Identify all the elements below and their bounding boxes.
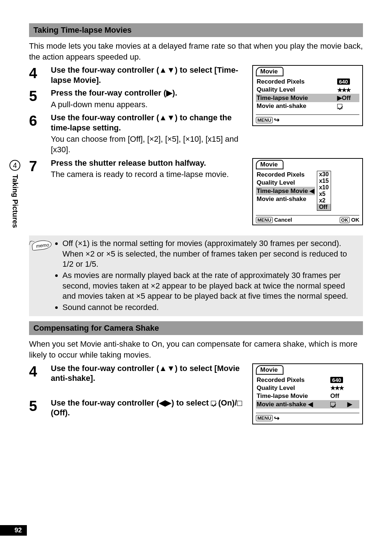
dropdown-options: x30 x15 x10 x5 x2 Off <box>317 171 331 211</box>
chapter-title: Taking Pictures <box>11 174 19 228</box>
screen-footer: MENU Cancel OK OK <box>256 215 359 223</box>
memo-icon: memo <box>32 239 52 251</box>
sidebar-chapter-tab: 4 Taking Pictures <box>9 160 20 228</box>
menu-key-icon: MENU <box>256 217 273 223</box>
menu-label-highlight: Time-lapse Movie ◀ <box>256 187 315 195</box>
section-intro-text: When you set Movie anti-shake to On, you… <box>29 339 363 360</box>
step-title: Use the four-way controller (▲▼) to sele… <box>51 363 248 383</box>
step-number: 7 <box>29 158 51 180</box>
triangle-left-icon: ◀ <box>310 188 314 194</box>
option-x10: x10 <box>317 184 331 191</box>
step-5b: 5 Use the four-way controller (◀▶) to se… <box>29 398 248 418</box>
step-number: 5 <box>29 88 51 110</box>
step-number: 4 <box>29 65 51 85</box>
option-x30: x30 <box>317 171 331 178</box>
step-4b: 4 Use the four-way controller (▲▼) to se… <box>29 363 248 383</box>
step-title: Use the four-way controller (▲▼) to chan… <box>51 113 248 133</box>
step-title: Press the shutter release button halfway… <box>51 158 248 168</box>
memo-list: Off (×1) is the normal setting for movie… <box>54 238 359 313</box>
chapter-number-badge: 4 <box>9 160 20 171</box>
step-list: 4 Use the four-way controller (▲▼) to se… <box>29 65 363 180</box>
step-number: 5 <box>29 398 51 418</box>
step-description: A pull-down menu appears. <box>51 100 248 110</box>
page-number: 92 <box>0 525 27 536</box>
section-heading: Compensating for Camera Shake <box>29 321 363 335</box>
step-7: 7 Press the shutter release button halfw… <box>29 158 248 180</box>
checkbox-on-icon <box>211 401 216 406</box>
step-title: Use the four-way controller (◀▶) to sele… <box>51 398 248 418</box>
step-5: 5 Press the four-way controller (▶). A p… <box>29 88 248 110</box>
memo-note: memo Off (×1) is the normal setting for … <box>29 235 363 316</box>
ok-label: OK <box>351 217 360 223</box>
step-number: 4 <box>29 363 51 383</box>
memo-item: Sound cannot be recorded. <box>62 302 356 313</box>
option-x2: x2 <box>317 197 331 204</box>
section-heading: Taking Time-lapse Movies <box>29 23 363 37</box>
step-list: 4 Use the four-way controller (▲▼) to se… <box>29 363 363 418</box>
screen-tab: Movie <box>256 160 283 169</box>
step-description: You can choose from [Off], [×2], [×5], [… <box>51 134 248 155</box>
option-off-selected: Off <box>317 204 331 210</box>
ok-key-icon: OK <box>340 217 350 223</box>
menu-label: Quality Level <box>256 179 315 187</box>
section-intro-text: This mode lets you take movies at a dela… <box>29 41 363 62</box>
step-6: 6 Use the four-way controller (▲▼) to ch… <box>29 113 248 155</box>
memo-item: As movies are normally played back at th… <box>62 270 356 302</box>
cancel-label: Cancel <box>274 217 292 223</box>
step-title: Use the four-way controller (▲▼) to sele… <box>51 65 248 85</box>
menu-label: Movie anti-shake <box>256 195 315 203</box>
checkbox-off-icon <box>237 401 242 406</box>
step-number: 6 <box>29 113 51 155</box>
option-x5: x5 <box>317 191 331 197</box>
memo-item: Off (×1) is the normal setting for movie… <box>62 238 356 270</box>
manual-page: 4 Taking Pictures Taking Time-lapse Movi… <box>0 0 392 540</box>
menu-label: Recorded Pixels <box>256 171 315 179</box>
camera-screen-dropdown: Movie Recorded Pixels Quality Level Time… <box>252 158 363 226</box>
step-title: Press the four-way controller (▶). <box>51 88 248 98</box>
step-4: 4 Use the four-way controller (▲▼) to se… <box>29 65 248 85</box>
step-description: The camera is ready to record a time-lap… <box>51 169 248 180</box>
option-x15: x15 <box>317 178 331 184</box>
